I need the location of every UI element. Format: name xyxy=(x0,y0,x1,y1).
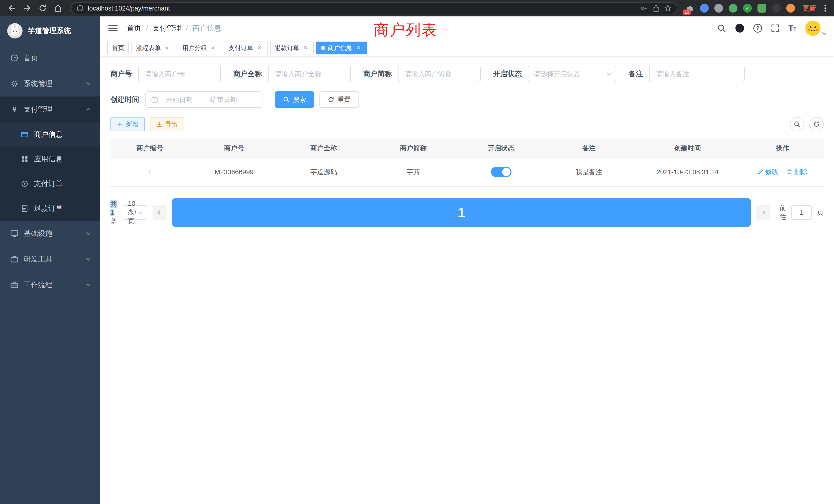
breadcrumb-home[interactable]: 首页 xyxy=(127,23,141,33)
search-icon xyxy=(794,121,800,128)
bookmark-star-icon[interactable] xyxy=(664,4,672,12)
tag-home[interactable]: 首页 xyxy=(107,42,129,54)
sidebar-item-label: 退款订单 xyxy=(34,204,90,213)
chrome-update-button[interactable]: 更新 xyxy=(803,4,816,13)
monitor-icon xyxy=(10,229,19,238)
tag-pay-order[interactable]: 支付订单 × xyxy=(224,42,267,54)
page-content: 商户号 商户全称 商户简称 开启状态 请选择开启状态 xyxy=(100,56,834,236)
site-info-icon[interactable] xyxy=(76,5,84,12)
tag-merchant-info[interactable]: 商户信息 × xyxy=(316,42,367,54)
cell-short-name: 芋艿 xyxy=(369,157,458,187)
add-button[interactable]: 新增 xyxy=(110,117,145,131)
merchant-no-input[interactable] xyxy=(138,66,221,82)
extension-icon-green-square[interactable] xyxy=(758,4,766,13)
forward-button[interactable] xyxy=(21,2,34,15)
help-icon[interactable]: ? xyxy=(753,24,762,32)
search-button[interactable]: 搜索 xyxy=(275,91,314,108)
share-icon[interactable] xyxy=(652,4,660,12)
caret-down-icon xyxy=(822,31,827,35)
tag-refund-order[interactable]: 退款订单 × xyxy=(270,42,314,54)
extension-icon-orange[interactable] xyxy=(786,4,795,13)
sidebar-item-system[interactable]: 系统管理 xyxy=(0,71,100,96)
remark-input[interactable] xyxy=(649,66,745,82)
sidebar-item-payment[interactable]: ¥ 支付管理 xyxy=(0,96,100,122)
prev-page-button[interactable] xyxy=(153,205,167,220)
edit-button[interactable]: 修改 xyxy=(758,167,778,176)
tag-process-form[interactable]: 流程表单 × xyxy=(131,42,175,54)
tag-label: 用户分组 xyxy=(182,44,207,52)
end-date-input[interactable] xyxy=(205,96,243,104)
refresh-table-button[interactable] xyxy=(809,117,824,131)
close-icon[interactable]: × xyxy=(210,44,217,51)
date-range-picker[interactable]: - xyxy=(145,91,262,108)
link-label: 修改 xyxy=(765,167,778,176)
collapse-sidebar-icon[interactable] xyxy=(108,25,117,31)
next-page-button[interactable] xyxy=(756,205,770,220)
sidebar-item-infra[interactable]: 基础设施 xyxy=(0,221,100,246)
sidebar-item-refund-order[interactable]: 退款订单 xyxy=(0,196,100,221)
breadcrumb-current: 商户信息 xyxy=(193,23,221,33)
user-avatar[interactable] xyxy=(805,21,826,36)
export-button[interactable]: 导出 xyxy=(150,117,184,131)
sidebar-item-workflow[interactable]: 工作流程 xyxy=(0,272,100,298)
chevron-right-icon xyxy=(761,210,765,215)
reset-button[interactable]: 重置 xyxy=(320,91,359,108)
page-number-button[interactable]: 1 xyxy=(172,198,751,227)
cell-create-time: 2021-10-23 08:31:14 xyxy=(634,157,741,187)
close-icon[interactable]: × xyxy=(163,44,171,51)
tag-user-group[interactable]: 用户分组 × xyxy=(178,42,221,54)
extensions-puzzle-icon[interactable]: 10 xyxy=(686,4,694,13)
delete-button[interactable]: 删除 xyxy=(787,167,808,176)
address-bar[interactable]: localhost:1024/pay/merchant xyxy=(71,2,677,14)
pikachu-avatar-image xyxy=(805,21,821,36)
short-name-input[interactable] xyxy=(398,66,481,82)
sidebar-item-pay-order[interactable]: 支付订单 xyxy=(0,171,100,196)
github-icon[interactable] xyxy=(735,23,745,33)
field-label: 商户简称 xyxy=(363,69,392,79)
document-icon xyxy=(21,205,29,212)
sidebar-item-app-info[interactable]: 应用信息 xyxy=(0,147,100,171)
table-header-row: 商户编号 商户号 商户全称 商户简称 开启状态 备注 创建时间 操作 xyxy=(110,139,824,157)
extension-icon-green[interactable] xyxy=(729,4,738,13)
back-button[interactable] xyxy=(5,2,19,15)
goto-page-input[interactable] xyxy=(791,205,812,220)
font-size-icon[interactable]: TT xyxy=(788,24,796,32)
chevron-down-icon xyxy=(86,231,91,235)
sidebar: 芋道管理系统 首页 系统管理 ¥ 支付管理 商户信息 xyxy=(0,17,100,504)
show-search-toggle-button[interactable] xyxy=(790,117,804,131)
goto-label: 前往 xyxy=(780,204,786,222)
back-icon xyxy=(7,4,17,13)
close-icon[interactable]: × xyxy=(355,44,362,51)
filter-short-name: 商户简称 xyxy=(363,66,481,82)
reload-button[interactable] xyxy=(36,2,49,15)
extension-icon-blue[interactable] xyxy=(700,4,709,13)
forward-icon xyxy=(23,4,32,13)
status-toggle[interactable] xyxy=(491,167,511,177)
breadcrumb-payment[interactable]: 支付管理 xyxy=(153,23,181,33)
extension-icon-check[interactable]: ✓ xyxy=(743,4,752,13)
sidebar-item-merchant-info[interactable]: 商户信息 xyxy=(0,122,100,147)
browser-menu-kebab-icon[interactable] xyxy=(822,3,829,14)
full-name-input[interactable] xyxy=(268,66,351,82)
sidebar-item-label: 研发工具 xyxy=(24,254,82,264)
main-area: 首页 / 支付管理 / 商户信息 商户列表 ? TT xyxy=(100,17,834,504)
status-select[interactable]: 请选择开启状态 xyxy=(528,66,616,82)
tags-view-bar: 首页 流程表单 × 用户分组 × 支付订单 × 退款订单 × 商户信息 × xyxy=(100,40,834,56)
sidebar-item-dev-tools[interactable]: 研发工具 xyxy=(0,246,100,272)
extension-badge: 10 xyxy=(683,9,691,15)
search-icon[interactable] xyxy=(717,24,726,33)
page-size-select[interactable]: 10条/页 xyxy=(123,205,147,220)
extension-icon-gray[interactable] xyxy=(714,4,723,13)
start-date-input[interactable] xyxy=(160,96,198,104)
tag-label: 支付订单 xyxy=(228,44,253,52)
close-icon[interactable]: × xyxy=(302,44,309,51)
tag-label: 商户信息 xyxy=(328,44,352,52)
sidebar-item-home[interactable]: 首页 xyxy=(0,45,100,71)
password-key-icon[interactable] xyxy=(640,4,648,12)
home-button[interactable] xyxy=(51,2,65,15)
close-icon[interactable]: × xyxy=(256,44,263,51)
fullscreen-icon[interactable] xyxy=(771,24,780,32)
extension-icon-dark[interactable] xyxy=(772,4,781,13)
trash-icon xyxy=(787,168,793,175)
field-label: 商户号 xyxy=(110,69,132,79)
